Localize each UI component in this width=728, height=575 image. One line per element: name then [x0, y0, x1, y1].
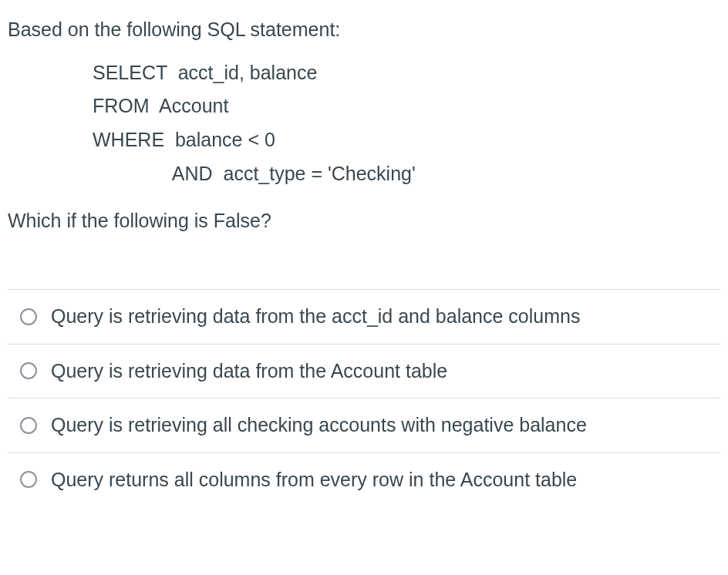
option-row[interactable]: Query returns all columns from every row… [8, 453, 720, 507]
sql-code-block: SELECT acct_id, balance FROM Account WHE… [93, 56, 720, 191]
option-row[interactable]: Query is retrieving data from the Accoun… [8, 345, 720, 399]
option-row[interactable]: Query is retrieving data from the acct_i… [8, 290, 720, 345]
sql-line-from: FROM Account [93, 89, 720, 123]
sql-line-select: SELECT acct_id, balance [93, 56, 720, 90]
question-prompt: Which if the following is False? [8, 207, 720, 236]
options-list: Query is retrieving data from the acct_i… [8, 289, 720, 506]
sql-line-where: WHERE balance < 0 [93, 123, 720, 157]
radio-icon[interactable] [20, 362, 37, 379]
radio-icon[interactable] [20, 308, 37, 325]
radio-icon[interactable] [20, 417, 37, 434]
option-text: Query returns all columns from every row… [51, 466, 717, 495]
sql-line-and: AND acct_type = 'Checking' [93, 157, 720, 191]
option-text: Query is retrieving data from the acct_i… [51, 302, 717, 331]
option-text: Query is retrieving all checking account… [51, 411, 717, 440]
radio-icon[interactable] [20, 471, 37, 488]
option-row[interactable]: Query is retrieving all checking account… [8, 398, 720, 453]
question-intro: Based on the following SQL statement: [8, 15, 720, 45]
option-text: Query is retrieving data from the Accoun… [51, 357, 717, 386]
